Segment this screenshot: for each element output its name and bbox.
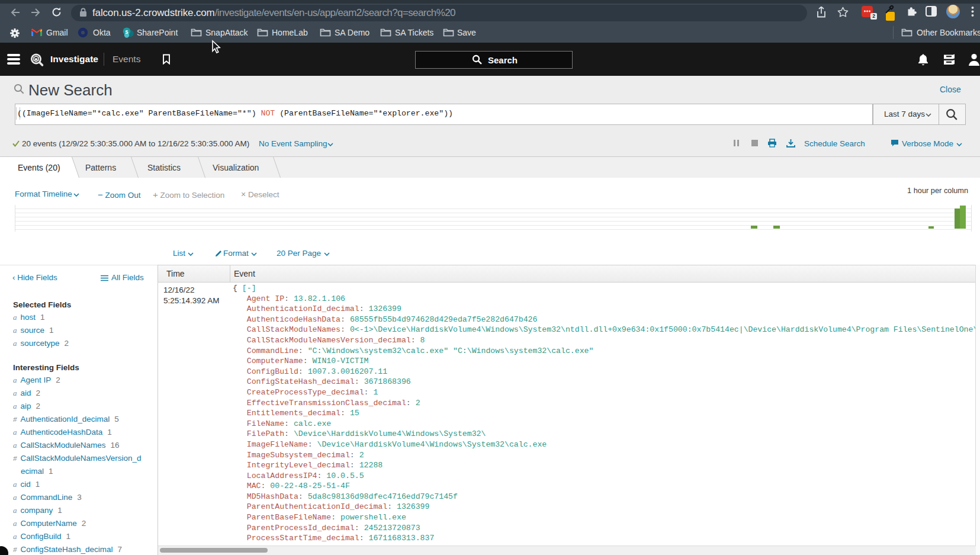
svg-text:s: s — [125, 28, 128, 35]
